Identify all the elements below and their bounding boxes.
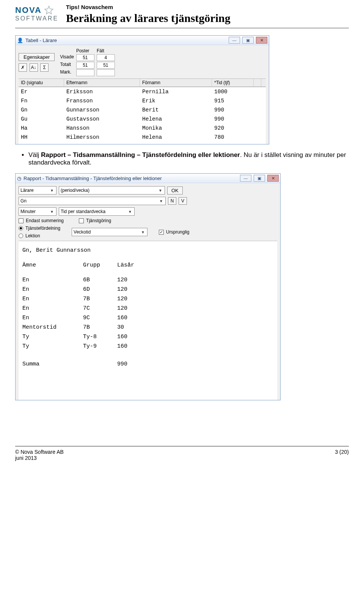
table-cell: Fransson xyxy=(64,96,140,105)
poster-header: Poster xyxy=(76,48,94,53)
col-spacer xyxy=(254,79,261,86)
col-lasar: Läsår xyxy=(117,260,151,270)
logo-text-software: SOFTWARE xyxy=(15,15,58,22)
report-cell: Ty xyxy=(22,332,83,342)
report-cell: 120 xyxy=(117,294,151,304)
page-title: Beräkning av lärares tjänstgöring xyxy=(66,12,349,25)
report-cell: En xyxy=(22,294,83,304)
close-button[interactable]: ✕ xyxy=(256,37,267,44)
report-cell: En xyxy=(22,285,83,294)
report-cell: 160 xyxy=(117,332,151,342)
report-cell: 120 xyxy=(117,275,151,285)
period-select[interactable]: (period/vecka)▼ xyxy=(59,186,165,194)
table-cell: Berit xyxy=(140,105,212,114)
chevron-down-icon: ▼ xyxy=(140,230,146,234)
table-cell: 1000 xyxy=(212,87,261,96)
table-cell: Monika xyxy=(140,124,212,133)
table-cell: 990 xyxy=(212,105,261,114)
minimize-button[interactable]: — xyxy=(240,175,251,182)
table-column-headers: ID (signatu Efternamn Förnamn *Tid (tjf) xyxy=(19,78,266,87)
table-cell: 990 xyxy=(212,114,261,124)
veckotid-select[interactable]: Veckotid▼ xyxy=(72,228,147,236)
report-cell: 120 xyxy=(117,285,151,294)
col-fornamn[interactable]: Förnamn xyxy=(140,79,212,86)
instruction-bullet: Välj Rapport – Tidsammanställning – Tjän… xyxy=(28,151,349,166)
sum-icon[interactable]: Σ xyxy=(40,63,49,72)
filter-off-icon[interactable]: ✗ xyxy=(19,63,27,72)
col-amne: Ämne xyxy=(22,260,83,270)
report-cell: 30 xyxy=(117,323,151,332)
minuter-select[interactable]: Minuter▼ xyxy=(19,207,56,216)
report-cell: Mentorstid xyxy=(22,323,83,332)
mark-poster-value xyxy=(76,69,94,76)
teacher-table-body: ErErikssonPernilla1000FnFranssonErik915G… xyxy=(19,87,266,144)
gn-select[interactable]: Gn▼ xyxy=(19,197,166,205)
col-id[interactable]: ID (signatu xyxy=(19,79,64,86)
report-cell: 160 xyxy=(117,342,151,351)
copyright: © Nova Software AB xyxy=(15,449,64,455)
window-rapport: ◷ Rapport - Tidsammanställning - Tjänste… xyxy=(15,173,281,400)
totalt-poster-value: 51 xyxy=(76,62,94,69)
report-row: En7C120 xyxy=(22,304,273,313)
minimize-button[interactable]: — xyxy=(229,37,240,44)
table-cell: Fn xyxy=(19,96,64,105)
tidper-select[interactable]: Tid per standardvecka▼ xyxy=(59,207,135,216)
report-row: Mentorstid7B30 xyxy=(22,323,273,332)
v-button[interactable]: V xyxy=(179,197,187,205)
report-row: En6D120 xyxy=(22,285,273,294)
page-number: 3 (20) xyxy=(335,449,349,461)
report-cell: 120 xyxy=(117,304,151,313)
table-cell: Eriksson xyxy=(64,87,140,96)
mark-label: Mark. xyxy=(60,69,74,76)
table-cell: HH xyxy=(19,133,64,142)
table-cell: Helena xyxy=(140,114,212,124)
maximize-button[interactable]: ▣ xyxy=(254,175,265,182)
ursprunglig-checkbox[interactable]: ✓Ursprunglig xyxy=(159,229,189,235)
tips-label: Tips! Novaschem xyxy=(66,4,349,10)
larare-select[interactable]: Lärare▼ xyxy=(19,186,56,194)
col-grupp: Grupp xyxy=(83,260,117,270)
report-cell: 7B xyxy=(83,323,117,332)
table-cell: 780 xyxy=(212,133,261,142)
tjanstefordelning-radio[interactable]: Tjänstefördelning xyxy=(19,226,60,231)
window-icon: ◷ xyxy=(17,176,21,181)
report-header-name: Gn, Berit Gunnarsson xyxy=(22,247,273,254)
n-button[interactable]: N xyxy=(168,197,176,205)
logo-text-nova: NOVA xyxy=(15,5,42,15)
chevron-down-icon: ▼ xyxy=(49,210,55,214)
tjanstgoring-checkbox[interactable]: Tjänstgöring xyxy=(79,218,111,223)
window-titlebar: ◷ Rapport - Tidsammanställning - Tjänste… xyxy=(16,174,280,183)
window-icon: 👤 xyxy=(17,38,23,43)
sort-az-icon[interactable]: A↓ xyxy=(30,63,38,72)
ok-button[interactable]: OK xyxy=(167,187,183,194)
report-row: En6B120 xyxy=(22,275,273,285)
endast-summering-checkbox[interactable]: Endast summering xyxy=(19,218,64,223)
svg-marker-0 xyxy=(45,6,53,14)
close-button[interactable]: ✕ xyxy=(267,175,279,182)
report-cell: En xyxy=(22,313,83,323)
report-cell: Ty-8 xyxy=(83,332,117,342)
lektion-radio[interactable]: Lektion xyxy=(19,233,60,238)
table-cell: Erik xyxy=(140,96,212,105)
window-titlebar: 👤 Tabell - Lärare — ▣ ✕ xyxy=(16,36,269,45)
report-row: TyTy-9160 xyxy=(22,342,273,351)
report-cell: 9C xyxy=(83,313,117,323)
col-tid[interactable]: *Tid (tjf) xyxy=(212,79,254,86)
egenskaper-button[interactable]: Egenskaper xyxy=(19,53,55,61)
table-cell: Er xyxy=(19,87,64,96)
report-row: En7B120 xyxy=(22,294,273,304)
star-icon xyxy=(44,5,54,15)
visade-label: Visade xyxy=(60,54,74,61)
visade-falt-value: 4 xyxy=(97,54,115,61)
col-efternamn[interactable]: Efternamn xyxy=(64,79,140,86)
report-cell: 6D xyxy=(83,285,117,294)
instr-bold: Rapport – Tidsammanställning – Tjänstefö… xyxy=(41,151,240,158)
window-tabell-larare: 👤 Tabell - Lärare — ▣ ✕ Egenskaper ✗ A↓ … xyxy=(15,35,269,144)
falt-header: Fält xyxy=(97,48,115,53)
nova-logo: NOVA SOFTWARE xyxy=(15,4,58,22)
report-cell: En xyxy=(22,275,83,285)
maximize-button[interactable]: ▣ xyxy=(242,37,254,44)
totalt-falt-value: 51 xyxy=(97,62,115,69)
report-cell: 6B xyxy=(83,275,117,285)
footer-date: juni 2013 xyxy=(15,455,64,461)
